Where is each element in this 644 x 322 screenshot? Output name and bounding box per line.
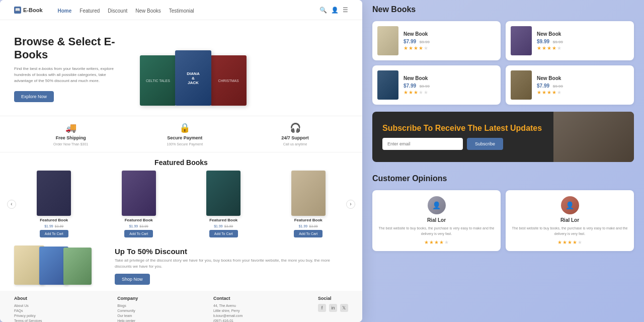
discount-title: Up To 50% Discount [115, 247, 348, 256]
feature-support: 🎧 24/7 Support Call us anytime [281, 122, 309, 146]
email-input[interactable] [382, 138, 463, 150]
hero-book-3: CHRISTMAS [210, 55, 247, 106]
shop-now-button[interactable]: Shop Now [115, 274, 150, 285]
footer-contact: Contact 44, The Avenu Little shire, Perr… [213, 296, 243, 322]
features-section: 🚚 Free Shipping Order Now Than $301 🔒 Se… [0, 116, 362, 152]
add-to-cart-2[interactable]: Add To Cart [124, 230, 153, 237]
footer-company-item: Blogs [117, 304, 138, 307]
support-icon: 🎧 [290, 122, 301, 133]
subscribe-form: Subscribe [382, 138, 624, 150]
logo: 📖 E-Book [14, 7, 43, 14]
footer-company-item: Help center [117, 319, 138, 322]
new-book-thumb-1 [377, 26, 398, 55]
facebook-icon[interactable]: f [318, 304, 326, 312]
reviewer-name-1: Rial Lor [427, 217, 446, 223]
logo-icon: 📖 [14, 7, 21, 14]
nav-icons: 🔍 👤 ☰ [319, 7, 348, 14]
user-icon[interactable]: 👤 [331, 7, 339, 14]
book-card-title-1: Featured Book [40, 218, 68, 222]
hero-title: Browse & Select E-Books [14, 35, 125, 62]
search-icon[interactable]: 🔍 [319, 7, 327, 14]
new-book-price-1: $7.99 $9.99 [404, 39, 496, 44]
book-thumb-4 [291, 171, 326, 216]
add-to-cart-1[interactable]: Add To Cart [40, 230, 68, 237]
footer-about: About About Us FAQs Privacy policy Terms… [14, 296, 42, 322]
book-thumb-1 [37, 171, 71, 216]
support-title: 24/7 Support [281, 135, 309, 140]
footer-social: Social f in 𝕏 [318, 296, 348, 322]
subscribe-section: Subscribe To Receive The Latest Updates … [372, 112, 634, 162]
book-card-title-4: Featured Book [294, 218, 323, 222]
add-to-cart-3[interactable]: Add To Cart [209, 230, 238, 237]
hero-books: CELTIC TALES DIANA&JACK CHRISTMAS [125, 30, 348, 111]
payment-sub: 100% Secure Payment [167, 142, 203, 146]
book-card-price-2: $1.99$3.99 [129, 224, 148, 228]
footer-contact-item: Little shire, Perry [213, 309, 243, 312]
subscribe-title: Subscribe To Receive The Latest Updates [382, 124, 624, 133]
carousel-next[interactable]: › [346, 200, 355, 209]
feature-payment: 🔒 Secure Payment 100% Secure Payment [167, 122, 203, 146]
nav-home[interactable]: Home [58, 8, 72, 14]
payment-icon: 🔒 [179, 122, 190, 133]
subscribe-button[interactable]: Subscribe [467, 138, 503, 150]
opinion-card-2: 👤 Rial Lor The best website to buy books… [506, 190, 634, 251]
footer-company: Company Blogs Community Our team Help ce… [117, 296, 138, 322]
new-book-thumb-2 [511, 26, 532, 55]
book-card-title-3: Featured Book [209, 218, 237, 222]
footer-about-item: Privacy policy [14, 314, 42, 317]
nav-newbooks[interactable]: New Books [135, 8, 161, 14]
nav-testimonial[interactable]: Testimonial [169, 8, 194, 14]
opinion-card-1: 👤 Rial Lor The best website to buy books… [372, 190, 501, 251]
book-thumb-3 [206, 171, 240, 216]
shipping-title: Free Shipping [56, 135, 86, 140]
new-book-stars-1: ★★★★★ [404, 45, 496, 51]
reviewer-text-2: The best website to buy books, the purch… [512, 226, 628, 236]
featured-title: Featured Books [0, 152, 362, 171]
linkedin-icon[interactable]: in [329, 304, 337, 312]
feature-shipping: 🚚 Free Shipping Order Now Than $301 [53, 122, 88, 146]
footer: About About Us FAQs Privacy policy Terms… [0, 291, 362, 322]
reviewer-stars-2: ★★★★★ [557, 239, 583, 245]
twitter-icon[interactable]: 𝕏 [340, 304, 348, 312]
nav-discount[interactable]: Discount [108, 8, 127, 14]
footer-social-heading: Social [318, 296, 348, 301]
new-books-title: New Books [372, 5, 634, 14]
footer-about-item: FAQs [14, 309, 42, 312]
book-card-price-4: $1.99$3.99 [299, 224, 318, 228]
footer-contact-item: b.kour@email.com [213, 314, 243, 317]
carousel-prev[interactable]: ‹ [7, 200, 16, 209]
social-links: f in 𝕏 [318, 304, 348, 312]
book-thumb-2 [122, 171, 156, 216]
new-book-card-2: New Book $9.99 $9.99 ★★★★★ [506, 21, 634, 60]
subscribe-title-plain: Subscribe To [382, 124, 433, 132]
new-book-price-2: $9.99 $9.99 [537, 39, 629, 44]
footer-company-item: Our team [117, 314, 138, 317]
new-book-name-3: New Book [404, 75, 496, 81]
reviewer-text-1: The best website to buy books, the purch… [378, 226, 495, 236]
reviewer-stars-1: ★★★★★ [424, 239, 449, 245]
website-preview: 📖 E-Book Home Featured Discount New Book… [0, 0, 362, 322]
footer-about-item: Terms of Services [14, 319, 42, 322]
book-card-price-3: $1.99$3.99 [214, 224, 233, 228]
footer-about-item: About Us [14, 304, 42, 307]
footer-company-heading: Company [117, 296, 138, 301]
hero-book-2: DIANA&JACK [175, 50, 211, 106]
add-to-cart-4[interactable]: Add To Cart [294, 230, 323, 237]
navbar: 📖 E-Book Home Featured Discount New Book… [0, 0, 362, 20]
shipping-icon: 🚚 [65, 122, 76, 133]
shipping-sub: Order Now Than $301 [53, 142, 88, 146]
reviewer-avatar-1: 👤 [428, 196, 446, 214]
explore-button[interactable]: Explore Now [14, 91, 54, 102]
new-books-grid: New Book $7.99 $9.99 ★★★★★ New Book $9.9… [372, 21, 634, 105]
new-book-thumb-3 [377, 70, 398, 100]
book-card-title-2: Featured Book [125, 218, 153, 222]
new-book-stars-2: ★★★★★ [537, 45, 629, 51]
hero-section: Browse & Select E-Books Find the best e-… [0, 20, 362, 116]
menu-icon[interactable]: ☰ [343, 7, 348, 14]
hero-description: Find the best e-books from your favorite… [14, 66, 125, 84]
new-book-card-4: New Book $7.99 $9.99 ★★★★★ [506, 65, 634, 105]
opinions-title: Customer Opinions [372, 174, 634, 183]
nav-featured[interactable]: Featured [79, 8, 100, 14]
nav-links: Home Featured Discount New Books Testimo… [58, 6, 320, 15]
new-book-price-3: $7.99 $9.99 [404, 83, 496, 89]
